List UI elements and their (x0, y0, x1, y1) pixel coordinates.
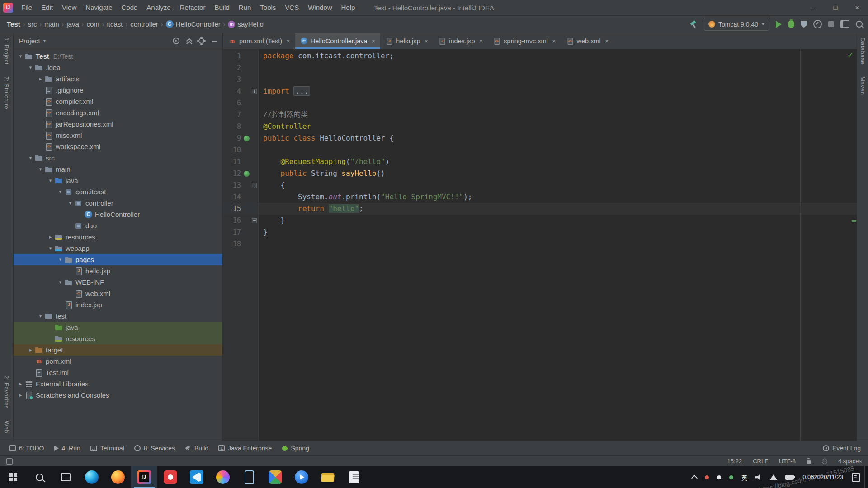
code-line-18[interactable] (259, 238, 857, 250)
code-lines[interactable]: package com.itcast.controller;import ...… (259, 49, 857, 441)
tree-item-artifacts[interactable]: ▸artifacts (14, 73, 222, 84)
show-desktop-button[interactable] (864, 466, 868, 488)
tree-collapse-arrow-icon[interactable]: ▾ (26, 65, 35, 70)
run-configuration-select[interactable]: Tomcat 9.0.40 (704, 18, 769, 31)
breadcrumb-item-main[interactable]: main (43, 20, 61, 28)
code-line-16[interactable]: } (259, 215, 857, 226)
tray-ime[interactable]: 英 (737, 466, 751, 488)
project-panel-title[interactable]: Project (19, 37, 40, 45)
tree-collapse-arrow-icon[interactable]: ▾ (56, 279, 65, 285)
lock-icon[interactable] (807, 460, 811, 464)
breadcrumb-item-test[interactable]: Test (5, 20, 22, 28)
code-line-11[interactable]: @RequestMapping("/hello") (259, 156, 857, 168)
run-button[interactable] (776, 21, 782, 28)
taskbar-app-idea[interactable] (131, 466, 157, 488)
toolwindow-button-java-enterprise[interactable]: Java Enterprise (213, 441, 277, 455)
tab-close-icon[interactable]: × (479, 37, 483, 45)
tab-close-icon[interactable]: × (372, 37, 376, 45)
taskbar-app-phone[interactable] (236, 466, 262, 488)
tree-item-web-inf[interactable]: ▾WEB-INF (14, 277, 222, 288)
tab-close-icon[interactable]: × (425, 37, 429, 45)
menu-run[interactable]: Run (234, 0, 256, 15)
code-line-1[interactable]: package com.itcast.controller; (259, 50, 857, 62)
breadcrumb-item-java[interactable]: java (65, 20, 80, 28)
spring-bean-gutter-icon[interactable] (244, 136, 250, 141)
tree-item-pages[interactable]: ▾pages (14, 254, 222, 265)
tree-item-external-libraries[interactable]: ▸External Libraries (14, 378, 222, 389)
close-button[interactable]: × (846, 0, 868, 15)
toolwindow-button-2-favorites[interactable]: 2: Favorites (3, 375, 10, 409)
tree-collapse-arrow-icon[interactable]: ▾ (56, 257, 65, 263)
tab-hello-jsp[interactable]: hello.jsp× (380, 33, 433, 49)
menu-edit[interactable]: Edit (37, 0, 57, 15)
toolwindow-button-8-services[interactable]: 8: Services (129, 441, 180, 455)
minimize-button[interactable]: ─ (803, 0, 825, 15)
fold-marker-icon[interactable] (252, 183, 257, 188)
tree-expand-arrow-icon[interactable]: ▸ (46, 234, 55, 240)
tree-item-java[interactable]: java (14, 322, 222, 333)
locate-file-icon[interactable] (173, 38, 179, 44)
build-hammer-icon[interactable] (689, 20, 698, 28)
breadcrumb-item-src[interactable]: src (26, 20, 38, 28)
tree-item-compiler-xml[interactable]: compiler.xml (14, 96, 222, 107)
menu-help[interactable]: Help (337, 0, 360, 15)
menu-vcs[interactable]: VCS (280, 0, 303, 15)
toolwindow-button-4-run[interactable]: 4: Run (49, 441, 85, 455)
tree-item-web-xml[interactable]: web.xml (14, 288, 222, 299)
tree-item-scratches-and-consoles[interactable]: ▸Scratches and Consoles (14, 389, 222, 401)
toolwindow-button-spring[interactable]: Spring (277, 441, 314, 455)
tab-hellocontroller-java[interactable]: HelloController.java× (295, 33, 381, 49)
inspections-ok-icon[interactable]: ✓ (847, 51, 854, 60)
code-line-10[interactable] (259, 144, 857, 156)
breadcrumb-item-com[interactable]: com (85, 20, 100, 28)
code-line-13[interactable]: { (259, 179, 857, 191)
menu-refactor[interactable]: Refactor (175, 0, 210, 15)
menu-code[interactable]: Code (117, 0, 142, 15)
tree-item-gitignore[interactable]: .gitignore (14, 84, 222, 96)
menu-tools[interactable]: Tools (255, 0, 280, 15)
tree-item-jarrepositories-xml[interactable]: jarRepositories.xml (14, 118, 222, 130)
tree-item-test[interactable]: ▾test (14, 310, 222, 322)
toolwindow-button-database[interactable]: Database (859, 38, 866, 65)
tree-item-webapp[interactable]: ▾webapp (14, 243, 222, 254)
tree-item-main[interactable]: ▾main (14, 164, 222, 175)
code-line-12[interactable]: public String sayHello() (259, 168, 857, 179)
toolwindow-button-build[interactable]: Build (180, 441, 213, 455)
tree-collapse-arrow-icon[interactable]: ▾ (16, 53, 25, 59)
code-line-7[interactable]: //控制器的类 (259, 109, 857, 121)
taskbar-app-edge[interactable] (79, 466, 105, 488)
search-everywhere-icon[interactable] (856, 21, 863, 28)
tree-collapse-arrow-icon[interactable]: ▾ (46, 245, 55, 251)
code-line-2[interactable] (259, 62, 857, 74)
taskbar-app-firefox[interactable] (105, 466, 131, 488)
event-log-button[interactable]: Event Log (823, 445, 863, 452)
code-line-17[interactable]: } (259, 226, 857, 238)
tray-volume[interactable] (751, 466, 766, 488)
tree-item-test-iml[interactable]: Test.iml (14, 367, 222, 378)
maximize-button[interactable]: □ (825, 0, 846, 15)
menu-analyze[interactable]: Analyze (142, 0, 175, 15)
debug-button[interactable] (788, 20, 794, 28)
toolwindow-button-6-todo[interactable]: 6: TODO (5, 441, 49, 455)
toolwindow-button-1-project[interactable]: 1: Project (3, 38, 10, 65)
menu-file[interactable]: File (17, 0, 37, 15)
taskbar-app-red-app[interactable] (157, 466, 184, 488)
tab-pom-xml-test[interactable]: pom.xml (Test)× (223, 33, 295, 49)
tree-item-dao[interactable]: dao (14, 220, 222, 231)
tray-app2[interactable] (713, 466, 725, 488)
code-line-14[interactable]: System.out.println("Hello SpringMVC!!"); (259, 191, 857, 203)
breadcrumb-item-controller[interactable]: controller (129, 20, 160, 28)
tree-item-src[interactable]: ▾src (14, 152, 222, 164)
tree-collapse-arrow-icon[interactable]: ▾ (36, 166, 45, 172)
tree-item-controller[interactable]: ▾controller (14, 197, 222, 209)
toolwindow-button-web[interactable]: Web (3, 421, 10, 433)
taskbar-app-blue-app[interactable] (288, 466, 315, 488)
tree-item-com-itcast[interactable]: ▾com.itcast (14, 186, 222, 197)
taskbar-search-button[interactable] (26, 466, 52, 488)
tree-item-workspace-xml[interactable]: workspace.xml (14, 141, 222, 152)
file-encoding[interactable]: UTF-8 (779, 458, 796, 465)
menu-build[interactable]: Build (210, 0, 234, 15)
tray-expand[interactable] (688, 466, 701, 488)
start-button[interactable] (0, 466, 26, 488)
toolwindow-switcher-icon[interactable] (6, 458, 13, 465)
